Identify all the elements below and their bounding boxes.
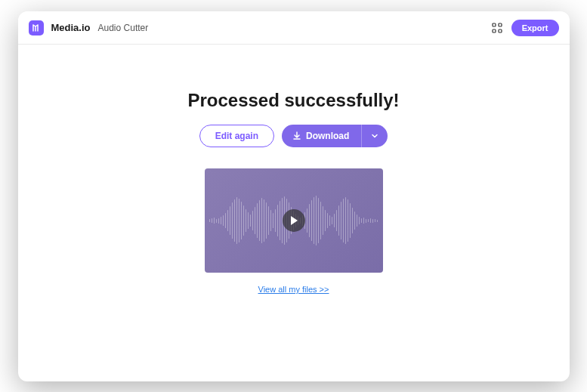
svg-rect-1 <box>499 23 502 26</box>
action-buttons: Edit again Download <box>199 125 388 147</box>
svg-rect-2 <box>493 29 496 32</box>
edit-again-button[interactable]: Edit again <box>199 125 274 147</box>
play-icon <box>291 216 298 225</box>
header: Media.io Audio Cutter Export <box>18 11 570 45</box>
download-button[interactable]: Download <box>282 125 361 147</box>
download-button-group: Download <box>282 125 388 147</box>
download-icon <box>292 131 301 140</box>
header-right: Export <box>490 20 559 36</box>
export-button[interactable]: Export <box>511 20 559 36</box>
page-name: Audio Cutter <box>98 23 149 33</box>
chevron-down-icon <box>371 132 378 140</box>
svg-rect-3 <box>499 29 502 32</box>
main-content: Processed successfully! Edit again Downl… <box>18 45 570 381</box>
svg-rect-0 <box>493 23 496 26</box>
download-label: Download <box>306 131 349 141</box>
play-button[interactable] <box>283 209 305 232</box>
logo-icon[interactable] <box>29 20 44 35</box>
success-title: Processed successfully! <box>187 90 399 111</box>
brand-name: Media.io <box>51 22 91 33</box>
download-dropdown-button[interactable] <box>361 125 388 147</box>
header-left: Media.io Audio Cutter <box>29 20 149 35</box>
app-window: Media.io Audio Cutter Export Processed s… <box>18 11 570 381</box>
view-all-files-link[interactable]: View all my files >> <box>258 285 329 294</box>
audio-preview[interactable] <box>205 168 383 273</box>
apps-grid-icon[interactable] <box>490 21 504 35</box>
